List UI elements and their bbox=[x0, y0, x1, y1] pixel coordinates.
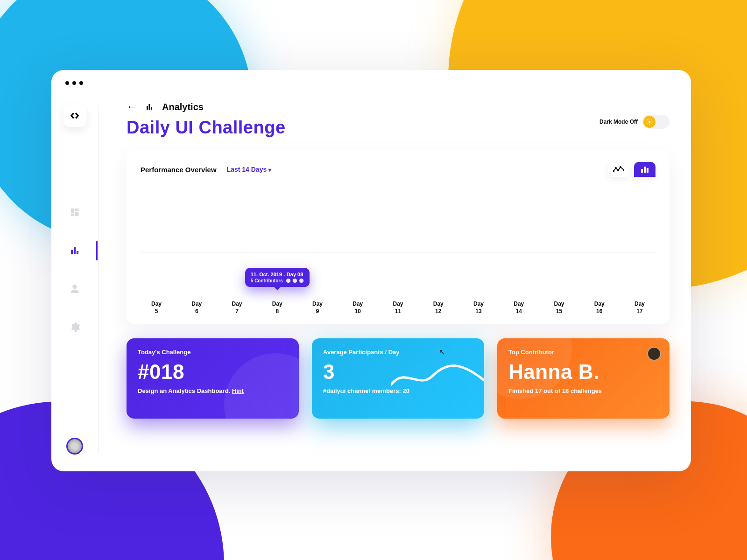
dark-mode-toggle[interactable]: Dark Mode Off bbox=[599, 115, 669, 129]
chart-x-label: Day15 bbox=[547, 300, 571, 315]
svg-rect-14 bbox=[641, 169, 643, 173]
chart-x-label: Day13 bbox=[466, 300, 491, 315]
bar-chart-icon bbox=[69, 245, 80, 256]
svg-line-8 bbox=[651, 119, 652, 120]
todays-challenge-card[interactable]: Today's Challenge #018 Design an Analyti… bbox=[127, 338, 299, 419]
sparkline-icon bbox=[391, 357, 484, 394]
card-eyebrow: Average Participants / Day bbox=[323, 349, 473, 356]
app-window: ← Analytics Daily UI Challenge Dark Mode… bbox=[51, 70, 691, 471]
chart-type-switch bbox=[608, 162, 655, 177]
chart-x-label: Day17 bbox=[627, 300, 652, 315]
chart-x-label: Day8 bbox=[265, 300, 289, 315]
chart-x-label: Day10 bbox=[345, 300, 370, 315]
chart-x-label: Day9 bbox=[305, 300, 330, 315]
back-button[interactable]: ← bbox=[127, 101, 137, 113]
top-contributor-card[interactable]: Top Contributor Hanna B. Finished 17 out… bbox=[497, 338, 669, 419]
top-contributor-name: Hanna B. bbox=[508, 360, 658, 384]
chart-x-label: Day6 bbox=[184, 300, 209, 315]
svg-point-10 bbox=[615, 167, 617, 169]
nav-analytics[interactable] bbox=[69, 245, 81, 257]
sidebar-nav bbox=[69, 206, 81, 333]
mouse-cursor-icon: ↖ bbox=[439, 348, 445, 357]
sidebar bbox=[51, 82, 98, 471]
svg-point-11 bbox=[617, 169, 619, 171]
chart-tooltip: 11. Oct. 2019 - Day 085 Contributors bbox=[245, 268, 310, 287]
card-eyebrow: Today's Challenge bbox=[138, 349, 288, 356]
chart-x-label: Day12 bbox=[426, 300, 451, 315]
nav-profile[interactable] bbox=[69, 283, 81, 295]
hint-link[interactable]: Hint bbox=[232, 387, 244, 394]
svg-line-6 bbox=[651, 124, 652, 124]
chart-x-label: Day14 bbox=[507, 300, 531, 315]
summary-cards-row: Today's Challenge #018 Design an Analyti… bbox=[127, 338, 669, 419]
chart-range-dropdown[interactable]: Last 14 Days bbox=[227, 166, 271, 173]
chart-x-label: Day11 bbox=[386, 300, 410, 315]
chart-x-label: Day5 bbox=[144, 300, 169, 315]
svg-rect-15 bbox=[644, 167, 646, 173]
bar-chart-icon bbox=[641, 166, 649, 173]
dashboard-icon bbox=[70, 207, 80, 217]
chart-x-label: Day16 bbox=[587, 300, 612, 315]
code-icon bbox=[70, 111, 80, 121]
bar-chart-icon bbox=[145, 103, 154, 111]
main-content: ← Analytics Daily UI Challenge Dark Mode… bbox=[99, 82, 691, 471]
challenge-number: #018 bbox=[138, 360, 288, 384]
performance-chart-card: Performance Overview Last 14 Days bbox=[127, 150, 669, 324]
svg-rect-16 bbox=[647, 168, 648, 173]
svg-point-12 bbox=[620, 166, 621, 168]
gear-icon bbox=[69, 322, 80, 333]
card-eyebrow: Top Contributor bbox=[508, 349, 658, 356]
line-chart-icon bbox=[613, 166, 624, 173]
card-footer: Design an Analytics Dashboard. Hint bbox=[138, 387, 288, 394]
page-title: Daily UI Challenge bbox=[127, 118, 286, 138]
chart-type-bar-button[interactable] bbox=[634, 162, 655, 177]
sun-icon bbox=[643, 116, 655, 128]
svg-point-0 bbox=[648, 121, 651, 123]
dark-mode-label: Dark Mode Off bbox=[599, 119, 638, 125]
avg-participants-card[interactable]: Average Participants / Day 3 #dailyui ch… bbox=[312, 338, 484, 419]
breadcrumb-label: Analytics bbox=[162, 102, 204, 112]
nav-dashboard[interactable] bbox=[69, 206, 81, 218]
chart-type-line-button[interactable] bbox=[608, 162, 629, 177]
chart-x-label: Day7 bbox=[225, 300, 249, 315]
chart-title: Performance Overview bbox=[141, 166, 217, 174]
nav-settings[interactable] bbox=[69, 321, 81, 333]
svg-line-7 bbox=[647, 124, 648, 124]
chart-plot-area: 11. Oct. 2019 - Day 085 Contributors bbox=[141, 191, 655, 294]
app-logo[interactable] bbox=[63, 105, 86, 127]
card-footer: Finished 17 out of 18 challenges bbox=[508, 387, 658, 394]
user-avatar[interactable] bbox=[66, 438, 83, 455]
svg-line-5 bbox=[647, 119, 648, 120]
user-icon bbox=[70, 284, 80, 294]
